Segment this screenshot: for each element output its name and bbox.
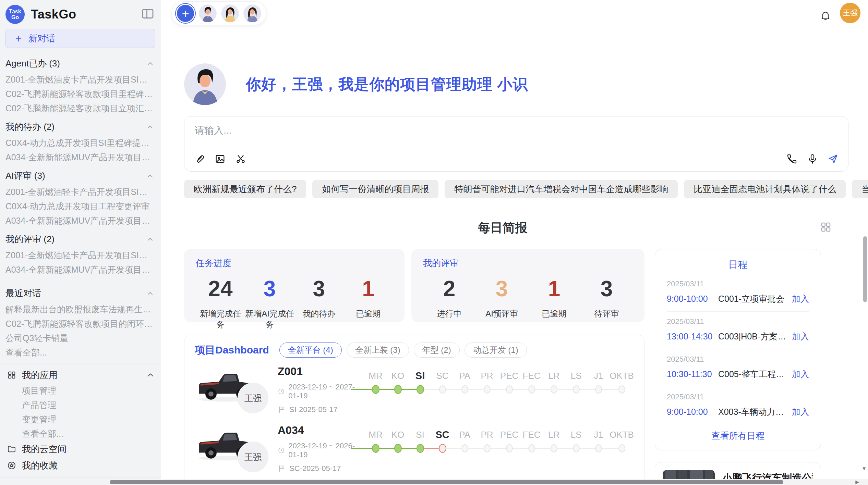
sidebar-item[interactable]: A034-全新新能源MUV产品开发项目计划变更表编写: [0, 150, 161, 164]
dashboard-tab[interactable]: 年型 (2): [414, 343, 460, 358]
sidebar-header: Task Go TaskGo: [0, 5, 161, 28]
scroll-right-arrow-icon[interactable]: ▶: [855, 480, 859, 484]
sidebar-item[interactable]: Z001-全新燃油皮卡产品开发项目SI节点Lesson Learn报告: [0, 72, 161, 87]
project-date-range: 2023-12-19 ~ 2026-01-19: [288, 442, 364, 459]
milestone-dot: [484, 385, 491, 394]
grid-icon: [7, 370, 16, 380]
sidebar-section: 我的评审 (2)Z001-全新燃油轻卡产品开发项目SI节点属性5D文件评审A03…: [0, 228, 161, 277]
dashboard-tab[interactable]: 全新平台 (4): [279, 343, 342, 358]
event-name: C003|H0B-方案冻结评审: [718, 331, 792, 342]
panel-toggle-icon[interactable]: [141, 7, 155, 21]
attachment-icon[interactable]: [194, 153, 205, 164]
milestone-label: SC: [435, 428, 449, 443]
layout-grid-icon[interactable]: [820, 221, 832, 233]
suggestion-chip[interactable]: 比亚迪全固态电池计划具体说了什么: [684, 180, 846, 198]
horizontal-scrollbar-handle[interactable]: [110, 480, 783, 484]
view-all-chats-link[interactable]: 查看全部...: [0, 345, 161, 360]
scissors-icon[interactable]: [235, 153, 246, 164]
sidebar-section-header[interactable]: 我的待办 (2): [0, 118, 161, 136]
recent-chat-item[interactable]: 公司Q3轻卡销量: [0, 331, 161, 345]
event-date: 2025/03/11: [667, 279, 809, 288]
project-owner-badge: 王强: [238, 442, 268, 472]
milestone-label: J1: [594, 369, 603, 384]
app-item[interactable]: 产品管理: [0, 398, 161, 412]
sidebar-section-header[interactable]: 我的评审 (2): [0, 231, 161, 248]
notification-bell-icon[interactable]: [820, 10, 831, 21]
join-event-link[interactable]: 加入: [792, 331, 809, 342]
sidebar-item[interactable]: A034-全新新能源MUV产品开发项目法规符合性评审: [0, 213, 161, 228]
sidebar-section: 我的待办 (2)C0X4-动力总成开发项目SI里程碑提交物检查A034-全新新能…: [0, 116, 161, 165]
phone-call-icon[interactable]: [786, 153, 797, 164]
project-row[interactable]: 王强A0342023-12-19 ~ 2026-01-19SC-2025-05-…: [195, 421, 634, 475]
sidebar-item[interactable]: A034-全新新能源MUV产品开发项目造型可行性评审: [0, 262, 161, 277]
project-owner-badge: 王强: [238, 383, 268, 413]
event-date: 2025/03/11: [667, 317, 809, 326]
recent-chat-item[interactable]: C02-飞腾新能源轻客改款项目的闭环通告反馈情况: [0, 316, 161, 331]
image-upload-icon[interactable]: [215, 153, 226, 164]
suggestion-chip[interactable]: 如何写一份清晰的项目周报: [312, 180, 438, 198]
schedule-event: 2025/03/1110:30-11:30C005-整车工程目标评审加入: [667, 349, 809, 387]
input-attachment-tools: [194, 153, 246, 164]
sidebar-section-header[interactable]: Agent已办 (3): [0, 55, 161, 72]
sidebar-section-header[interactable]: AI评审 (3): [0, 167, 161, 185]
sidebar-item[interactable]: C02-飞腾新能源轻客改款项目里程碑画布: [0, 87, 161, 101]
recent-chats-header[interactable]: 最近对话: [0, 285, 161, 302]
app-item[interactable]: 变更管理: [0, 412, 161, 426]
stat-card: 我的评审2进行中3AI预评审1已逾期3待评审: [411, 249, 644, 322]
milestone-dot: [461, 444, 468, 452]
join-event-link[interactable]: 加入: [792, 293, 809, 304]
sidebar-item-my-apps[interactable]: 我的应用: [0, 367, 161, 383]
join-event-link[interactable]: 加入: [792, 369, 809, 380]
view-all-schedule-link[interactable]: 查看所有日程: [667, 424, 809, 444]
chat-input[interactable]: [195, 124, 838, 147]
assistant-avatar: [184, 63, 226, 105]
event-time: 9:00-10:00: [667, 294, 718, 304]
sidebar-item[interactable]: Z001-全新燃油轻卡产品开发项目SI节点属性5D文件评审: [0, 248, 161, 262]
suggestion-chip[interactable]: 特朗普可能对进口汽车增税会对中国车企造成哪些影响: [445, 180, 678, 198]
agent-avatar-2[interactable]: [220, 4, 240, 23]
app-item[interactable]: 查看全部...: [0, 426, 161, 441]
new-chat-button[interactable]: ＋ 新对话: [5, 29, 155, 48]
milestone-label: LR: [548, 369, 559, 384]
flag-icon: [278, 406, 286, 414]
dashboard-tab[interactable]: 动总开发 (1): [465, 343, 527, 358]
scroll-down-arrow-icon[interactable]: ▼: [861, 465, 867, 471]
left-column: 任务进度24新增完成任务3新增AI完成任务3我的待办1已逾期我的评审2进行中3A…: [184, 249, 644, 485]
microphone-icon[interactable]: [807, 153, 818, 164]
dashboard-tab[interactable]: 全新上装 (3): [347, 343, 409, 358]
sidebar-item-folder[interactable]: 我的云空间: [0, 441, 161, 457]
sidebar-item-star[interactable]: 我的收藏: [0, 457, 161, 474]
chat-input-box: [184, 116, 848, 172]
join-event-link[interactable]: 加入: [792, 406, 809, 418]
stat-value: 3: [245, 275, 294, 302]
vertical-scrollbar-handle[interactable]: [863, 236, 867, 302]
project-name: A034: [278, 424, 364, 437]
stat-card-title: 我的评审: [423, 257, 633, 269]
user-avatar[interactable]: 王强: [840, 3, 860, 23]
agent-avatar-3[interactable]: [243, 4, 262, 23]
sidebar-item[interactable]: Z001-全新燃油轻卡产品开发项目SI造型提交物评审: [0, 185, 161, 199]
send-icon[interactable]: [828, 153, 839, 164]
stat-item: 3新增AI完成任务: [245, 275, 294, 330]
sidebar-item[interactable]: C0X4-动力总成开发项目SI里程碑提交物检查: [0, 136, 161, 150]
suggestion-chip[interactable]: 欧洲新规最近颁布了什么?: [184, 180, 306, 198]
main-area: ＋ 王强 你好，王强，我是你的项目管理助理 小识: [161, 0, 868, 485]
app-item[interactable]: 项目管理: [0, 383, 161, 398]
sidebar-section: Agent已办 (3)Z001-全新燃油皮卡产品开发项目SI节点Lesson L…: [0, 53, 161, 116]
milestone-line-done: [351, 448, 421, 449]
sidebar-item[interactable]: C02-飞腾新能源轻客改款项目立项汇报方案: [0, 101, 161, 115]
suggestion-chip[interactable]: 当下年轻人对汽车外观有怎样的喜好趋势: [852, 180, 868, 198]
event-time: 10:30-11:30: [667, 369, 718, 379]
project-flag: SI-2025-05-17: [278, 405, 364, 414]
milestone-dot: [528, 444, 535, 452]
project-row[interactable]: 王强Z0012023-12-19 ~ 2027-01-19SI-2025-05-…: [195, 362, 634, 416]
add-agent-button[interactable]: ＋: [176, 4, 195, 23]
sidebar-item[interactable]: C0X4-动力总成开发项目工程变更评审: [0, 199, 161, 213]
logo-line1: Task: [9, 9, 21, 14]
milestone-dot: [372, 444, 379, 453]
milestone-label: PR: [481, 428, 493, 443]
horizontal-scrollbar[interactable]: ▶: [109, 479, 868, 485]
recent-chat-item[interactable]: 解释最新出台的欧盟报废车法规再生塑料比例被调至15%...: [0, 302, 161, 316]
event-date: 2025/03/11: [667, 355, 809, 364]
agent-avatar-1[interactable]: [198, 4, 217, 23]
